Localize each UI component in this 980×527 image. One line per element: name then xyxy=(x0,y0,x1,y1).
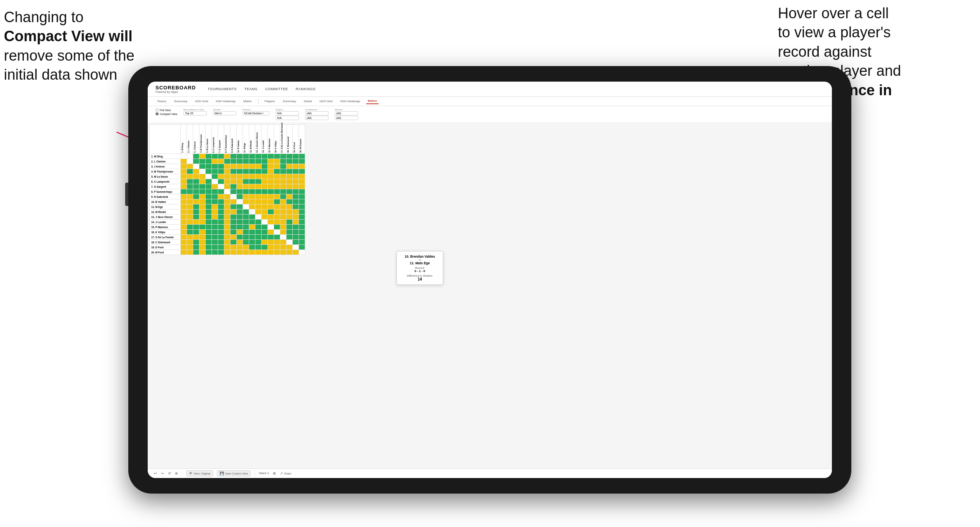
heatmap-cell[interactable] xyxy=(249,194,255,199)
heatmap-cell[interactable] xyxy=(286,250,293,255)
heatmap-cell[interactable] xyxy=(218,230,224,235)
heatmap-cell[interactable] xyxy=(286,184,293,189)
heatmap-cell[interactable] xyxy=(255,235,262,240)
heatmap-cell[interactable] xyxy=(249,169,255,174)
heatmap-cell[interactable] xyxy=(243,179,249,184)
heatmap-cell[interactable] xyxy=(199,225,206,230)
heatmap-cell[interactable] xyxy=(224,164,231,169)
subnav-h2h-grid-right[interactable]: H2H Grid xyxy=(318,99,334,104)
heatmap-cell[interactable] xyxy=(199,230,206,235)
conference-select-1[interactable]: (All) xyxy=(305,111,328,115)
heatmap-cell[interactable] xyxy=(224,250,231,255)
watch-btn[interactable]: Watch ▾ xyxy=(259,472,269,475)
subnav-players[interactable]: Players xyxy=(263,99,277,104)
heatmap-cell[interactable] xyxy=(262,194,268,199)
heatmap-cell[interactable] xyxy=(218,245,224,250)
heatmap-cell[interactable] xyxy=(262,209,268,215)
heatmap-cell[interactable] xyxy=(231,189,237,194)
heatmap-cell[interactable] xyxy=(212,215,218,220)
heatmap-cell[interactable] xyxy=(299,179,305,184)
heatmap-cell[interactable] xyxy=(268,250,274,255)
heatmap-cell[interactable] xyxy=(212,199,218,204)
heatmap-cell[interactable] xyxy=(286,235,293,240)
heatmap-cell[interactable] xyxy=(268,220,274,225)
heatmap-cell[interactable] xyxy=(249,220,255,225)
nav-tournaments[interactable]: TOURNAMENTS xyxy=(208,87,237,91)
heatmap-cell[interactable] xyxy=(268,245,274,250)
heatmap-cell[interactable] xyxy=(255,189,262,194)
heatmap-cell[interactable] xyxy=(212,220,218,225)
heatmap-cell[interactable] xyxy=(212,230,218,235)
heatmap-cell[interactable] xyxy=(206,209,212,215)
heatmap-cell[interactable] xyxy=(231,250,237,255)
heatmap-cell[interactable] xyxy=(224,209,231,215)
heatmap-cell[interactable] xyxy=(218,199,224,204)
heatmap-cell[interactable] xyxy=(224,235,231,240)
heatmap-cell[interactable] xyxy=(199,189,206,194)
heatmap-cell[interactable] xyxy=(293,169,299,174)
heatmap-cell[interactable] xyxy=(187,159,193,164)
heatmap-cell[interactable] xyxy=(206,189,212,194)
heatmap-cell[interactable] xyxy=(280,159,286,164)
heatmap-cell[interactable] xyxy=(237,225,243,230)
heatmap-cell[interactable] xyxy=(224,199,231,204)
heatmap-cell[interactable] xyxy=(199,215,206,220)
heatmap-cell[interactable] xyxy=(237,204,243,209)
heatmap-cell[interactable] xyxy=(280,245,286,250)
heatmap-cell[interactable] xyxy=(181,169,187,174)
heatmap-cell[interactable] xyxy=(199,169,206,174)
heatmap-cell[interactable] xyxy=(187,164,193,169)
nav-teams[interactable]: TEAMS xyxy=(245,87,258,91)
heatmap-cell[interactable] xyxy=(274,220,280,225)
heatmap-cell[interactable] xyxy=(293,215,299,220)
heatmap-cell[interactable] xyxy=(262,184,268,189)
heatmap-cell[interactable] xyxy=(181,189,187,194)
heatmap-cell[interactable] xyxy=(224,225,231,230)
heatmap-cell[interactable] xyxy=(280,220,286,225)
heatmap-cell[interactable] xyxy=(268,164,274,169)
heatmap-cell[interactable] xyxy=(243,184,249,189)
heatmap-cell[interactable] xyxy=(199,245,206,250)
heatmap-cell[interactable] xyxy=(293,159,299,164)
heatmap-cell[interactable] xyxy=(193,235,199,240)
heatmap-cell[interactable] xyxy=(268,235,274,240)
heatmap-cell[interactable] xyxy=(274,184,280,189)
heatmap-cell[interactable] xyxy=(243,194,249,199)
heatmap-cell[interactable] xyxy=(299,220,305,225)
heatmap-cell[interactable] xyxy=(206,225,212,230)
heatmap-cell[interactable] xyxy=(199,250,206,255)
heatmap-cell[interactable] xyxy=(243,189,249,194)
heatmap-cell[interactable] xyxy=(274,169,280,174)
heatmap-cell[interactable] xyxy=(262,179,268,184)
heatmap-cell[interactable] xyxy=(193,209,199,215)
heatmap-cell[interactable] xyxy=(181,179,187,184)
heatmap-cell[interactable] xyxy=(199,235,206,240)
heatmap-cell[interactable] xyxy=(206,169,212,174)
heatmap-cell[interactable] xyxy=(268,225,274,230)
heatmap-cell[interactable] xyxy=(243,164,249,169)
heatmap-cell[interactable] xyxy=(187,230,193,235)
heatmap-cell[interactable] xyxy=(299,245,305,250)
heatmap-cell[interactable] xyxy=(181,220,187,225)
heatmap-cell[interactable] xyxy=(255,230,262,235)
heatmap-cell[interactable] xyxy=(224,215,231,220)
heatmap-cell[interactable] xyxy=(262,230,268,235)
heatmap-cell[interactable] xyxy=(286,230,293,235)
heatmap-cell[interactable] xyxy=(224,154,231,159)
heatmap-cell[interactable] xyxy=(274,215,280,220)
heatmap-cell[interactable] xyxy=(212,189,218,194)
heatmap-cell[interactable] xyxy=(243,220,249,225)
heatmap-cell[interactable] xyxy=(262,174,268,179)
heatmap-cell[interactable] xyxy=(224,174,231,179)
heatmap-cell[interactable] xyxy=(237,230,243,235)
heatmap-cell[interactable] xyxy=(193,230,199,235)
division-select[interactable]: NCAA Division I xyxy=(243,111,269,115)
heatmap-cell[interactable] xyxy=(193,164,199,169)
heatmap-cell[interactable] xyxy=(299,194,305,199)
heatmap-cell[interactable] xyxy=(249,204,255,209)
heatmap-cell[interactable] xyxy=(206,174,212,179)
heatmap-cell[interactable] xyxy=(187,225,193,230)
subnav-h2h-heatmap-right[interactable]: H2H Heatmap xyxy=(339,99,362,104)
heatmap-cell[interactable] xyxy=(255,174,262,179)
heatmap-cell[interactable] xyxy=(212,240,218,245)
